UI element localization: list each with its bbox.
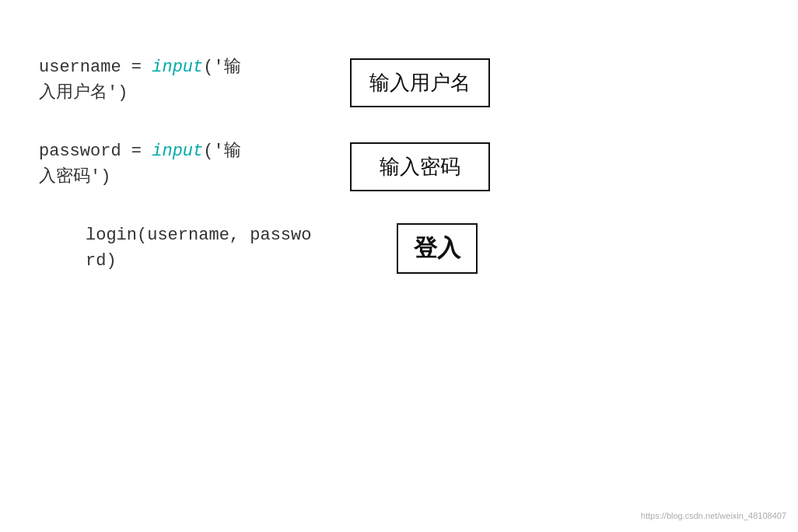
- username-code-part2: ('输: [203, 58, 240, 77]
- main-container: username = input('输入用户名') 输入用户名 password…: [0, 0, 798, 532]
- login-button[interactable]: 登入: [397, 223, 478, 274]
- password-input-box[interactable]: 输入密码: [350, 142, 490, 191]
- login-button-label: 登入: [414, 233, 460, 264]
- password-code: password = input('输入密码'): [39, 138, 334, 190]
- password-input-label: 输入密码: [380, 153, 460, 180]
- watermark: https://blog.csdn.net/weixin_48108407: [641, 511, 786, 520]
- username-code-part3: 入用户名'): [39, 83, 128, 103]
- username-code-keyword: input: [152, 58, 203, 77]
- password-code-part3: 入密码'): [39, 167, 110, 187]
- watermark-text: https://blog.csdn.net/weixin_48108407: [641, 511, 786, 520]
- login-code: login(username, password): [86, 222, 381, 274]
- login-code-part2: rd): [86, 251, 117, 271]
- username-section: username = input('输入用户名') 输入用户名: [39, 54, 759, 107]
- password-code-part2: ('输: [203, 142, 240, 161]
- login-code-part1: login(username, passwo: [86, 226, 311, 245]
- password-section: password = input('输入密码') 输入密码: [39, 138, 759, 191]
- username-code-part1: username =: [39, 58, 152, 77]
- username-code: username = input('输入用户名'): [39, 54, 334, 106]
- username-input-box[interactable]: 输入用户名: [350, 58, 490, 107]
- username-input-label: 输入用户名: [369, 69, 471, 96]
- password-code-keyword: input: [152, 142, 203, 161]
- login-section: login(username, password) 登入: [86, 222, 759, 274]
- password-code-part1: password =: [39, 142, 152, 161]
